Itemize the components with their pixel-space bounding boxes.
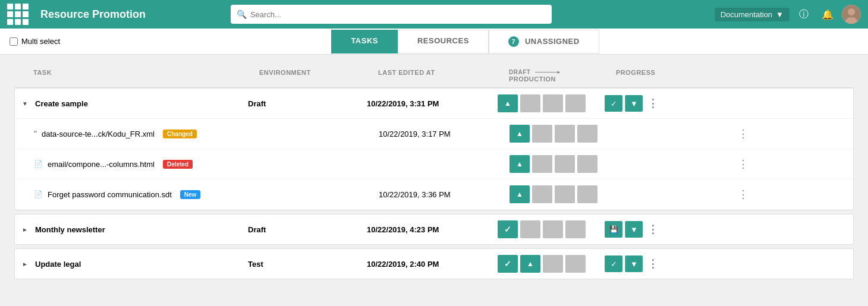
stage-3 xyxy=(555,155,575,173)
search-bar[interactable]: 🔍 xyxy=(231,5,552,24)
table-row: 📄 email/compone...-columns.html Deleted … xyxy=(15,149,853,179)
svg-point-1 xyxy=(848,8,855,15)
tabs: TASKS RESOURCES 7 UNASSIGNED xyxy=(331,30,599,53)
last-edited-cell: 10/22/2019, 4:23 PM xyxy=(367,225,498,234)
file-icon: 📄 xyxy=(34,190,43,198)
last-edited-cell: 10/22/2019, 3:17 PM xyxy=(379,130,510,138)
task-group-monthly-newsletter: ► Monthly newsletter Draft 10/22/2019, 4… xyxy=(14,214,854,245)
progress-actions: ✓ ▼ ⋮ xyxy=(605,255,724,272)
last-edited-cell: 10/22/2019, 3:36 PM xyxy=(379,190,510,199)
stage-3 xyxy=(543,255,563,273)
task-name-cell: ▼ Create sample xyxy=(22,99,248,108)
task-name-cell: 📄 email/compone...-columns.html Deleted xyxy=(34,160,260,169)
child-name: email/compone...-columns.html xyxy=(48,160,155,169)
stage-4 xyxy=(565,94,586,112)
progress-actions: ✓ ▼ ⋮ xyxy=(605,95,724,112)
tab-tasks[interactable]: TASKS xyxy=(331,30,398,53)
stage-indicators: ▲ xyxy=(498,94,605,112)
more-menu-button[interactable]: ⋮ xyxy=(735,157,771,171)
save-button[interactable]: 💾 xyxy=(605,221,622,238)
stage-4 xyxy=(565,255,586,273)
more-menu-button[interactable]: ⋮ xyxy=(645,97,661,110)
main-content: TASK ENVIRONMENT LAST EDITED AT DRAFT ► … xyxy=(0,55,868,292)
task-name: Update legal xyxy=(35,260,81,269)
stage-2 xyxy=(532,125,552,143)
stage-4 xyxy=(577,155,597,173)
documentation-dropdown[interactable]: Documentation ▼ xyxy=(715,8,790,21)
child-name: data-source-te...ck/Kodu_FR.xml xyxy=(42,130,155,138)
unassigned-badge: 7 xyxy=(508,36,519,47)
col-environment: ENVIRONMENT xyxy=(259,69,378,83)
task-group-update-legal: ► Update legal Test 10/22/2019, 2:40 PM … xyxy=(14,248,854,279)
task-name-cell: ► Monthly newsletter xyxy=(22,225,248,234)
table-row: ▼ Create sample Draft 10/22/2019, 3:31 P… xyxy=(15,89,853,119)
app-grid-icon[interactable] xyxy=(7,4,29,25)
more-menu-button[interactable]: ⋮ xyxy=(645,257,661,270)
search-input[interactable] xyxy=(250,10,546,19)
stage-indicators: ▲ xyxy=(510,185,617,203)
notification-icon-btn[interactable]: 🔔 xyxy=(818,5,837,24)
dropdown-action-button[interactable]: ▼ xyxy=(625,95,643,112)
stage-1: ▲ xyxy=(510,125,530,143)
stage-2 xyxy=(520,94,540,112)
expand-icon[interactable]: ▼ xyxy=(22,100,30,107)
tab-resources[interactable]: RESOURCES xyxy=(398,30,489,53)
approve-button[interactable]: ✓ xyxy=(605,255,622,272)
task-name: Monthly newsletter xyxy=(35,225,105,234)
avatar[interactable] xyxy=(842,5,861,24)
environment-cell: Draft xyxy=(248,99,367,108)
stage-indicators: ✓ xyxy=(498,220,605,238)
task-name-cell: ► Update legal xyxy=(22,260,248,269)
search-icon: 🔍 xyxy=(237,10,247,19)
stage-2: ▲ xyxy=(520,255,540,273)
dropdown-action-button[interactable]: ▼ xyxy=(625,221,643,238)
more-menu-button[interactable]: ⋮ xyxy=(735,127,771,140)
stage-3 xyxy=(555,125,575,143)
stage-2 xyxy=(520,220,540,238)
stage-3 xyxy=(543,220,563,238)
stage-3 xyxy=(543,94,563,112)
info-icon-btn[interactable]: ⓘ xyxy=(794,5,813,24)
task-group-create-sample: ▼ Create sample Draft 10/22/2019, 3:31 P… xyxy=(14,88,854,210)
stage-indicators: ▲ xyxy=(510,155,617,173)
multi-select-checkbox[interactable] xyxy=(10,37,18,46)
stage-indicators: ✓ ▲ xyxy=(498,255,605,273)
table-header: TASK ENVIRONMENT LAST EDITED AT DRAFT ► … xyxy=(14,64,854,88)
topbar-right: Documentation ▼ ⓘ 🔔 xyxy=(715,5,861,24)
stage-3 xyxy=(555,185,575,203)
stage-2 xyxy=(532,155,552,173)
stage-4 xyxy=(565,220,586,238)
stage-1: ▲ xyxy=(498,94,518,112)
dropdown-action-button[interactable]: ▼ xyxy=(625,255,643,272)
stage-4 xyxy=(577,125,597,143)
more-menu-button[interactable]: ⋮ xyxy=(735,188,771,201)
task-name: Create sample xyxy=(35,99,88,108)
environment-cell: Draft xyxy=(248,225,367,234)
col-draft-production: DRAFT ► PRODUCTION xyxy=(509,69,616,83)
dropdown-label: Documentation xyxy=(721,10,772,19)
child-name: Forget password communication.sdt xyxy=(48,190,172,199)
table-row: ► Monthly newsletter Draft 10/22/2019, 4… xyxy=(15,214,853,244)
stage-1: ▲ xyxy=(510,185,530,203)
file-icon: 📄 xyxy=(34,160,43,168)
approve-button[interactable]: ✓ xyxy=(605,95,622,112)
stage-1: ✓ xyxy=(498,220,518,238)
expand-icon[interactable]: ► xyxy=(22,261,30,267)
tab-unassigned[interactable]: 7 UNASSIGNED xyxy=(489,30,599,53)
badge-new: New xyxy=(180,190,201,199)
table-row: ► Update legal Test 10/22/2019, 2:40 PM … xyxy=(15,249,853,279)
stage-4 xyxy=(577,185,597,203)
app-title: Resource Promotion xyxy=(40,8,146,21)
stage-1: ▲ xyxy=(510,155,530,173)
task-name-cell: " data-source-te...ck/Kodu_FR.xml Change… xyxy=(34,129,260,138)
environment-cell: Test xyxy=(248,260,367,269)
expand-icon[interactable]: ► xyxy=(22,226,30,233)
last-edited-cell: 10/22/2019, 2:40 PM xyxy=(367,260,498,269)
chevron-down-icon: ▼ xyxy=(776,10,784,19)
col-progress: PROGRESS xyxy=(616,69,735,83)
more-menu-button[interactable]: ⋮ xyxy=(645,223,661,236)
stage-1: ✓ xyxy=(498,255,518,273)
multi-select-label: Multi select xyxy=(21,37,60,46)
col-task: TASK xyxy=(33,69,259,83)
table-row: 📄 Forget password communication.sdt New … xyxy=(15,179,853,210)
